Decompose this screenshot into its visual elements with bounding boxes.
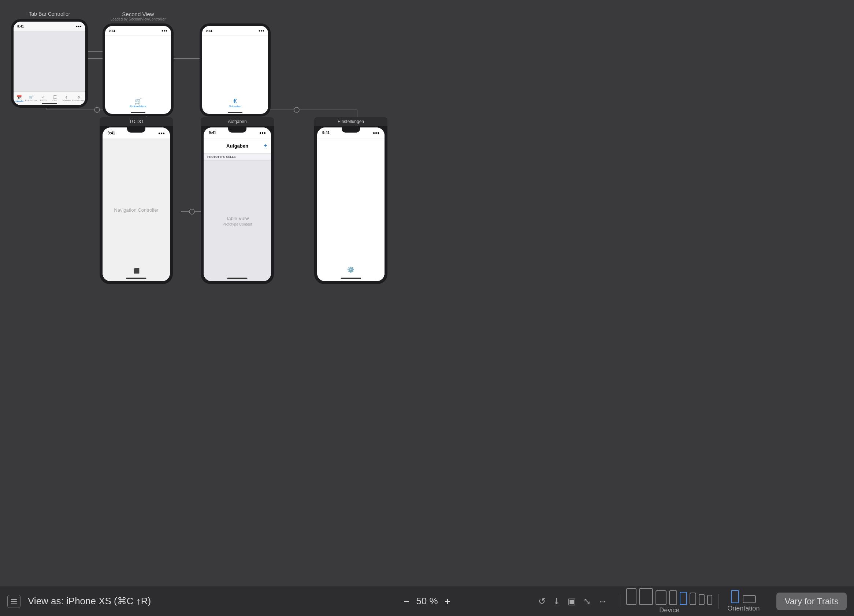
orientation-selector: Orientation bbox=[727, 590, 759, 612]
orientation-landscape[interactable] bbox=[743, 595, 756, 603]
second-view-scene: Second View Loaded by SecondViewControll… bbox=[102, 11, 174, 116]
device-option-phone-mini[interactable] bbox=[707, 595, 712, 605]
svg-rect-14 bbox=[11, 603, 17, 604]
zoom-fit-icon[interactable]: ↔ bbox=[598, 596, 607, 607]
toolbar-action-icons: ↺ ⤓ ▣ ⤡ ↔ bbox=[538, 596, 607, 607]
einstellungen-header: Einstellungen bbox=[314, 117, 387, 126]
device-selector: Device bbox=[626, 588, 712, 614]
storyboard-canvas: Tab Bar Controller 9:41 ●●● 📅 Kalender bbox=[0, 0, 854, 586]
svg-rect-12 bbox=[11, 599, 17, 600]
device-option-ipad-medium[interactable] bbox=[656, 590, 666, 605]
bottom-toolbar: View as: iPhone XS (⌘C ↑R) − 50 % + ↺ ⤓ … bbox=[0, 586, 854, 616]
zoom-in-button[interactable]: + bbox=[445, 596, 450, 607]
tab-bar-controller-title: Tab Bar Controller bbox=[11, 11, 88, 17]
aufgaben-header: Aufgaben bbox=[201, 117, 274, 126]
svg-point-11 bbox=[189, 209, 194, 214]
aufgaben-scene: Aufgaben 9:41 ●●● Aufgaben + Prototype C… bbox=[201, 117, 274, 284]
view-as-label: View as: iPhone XS (⌘C ↑R) bbox=[28, 596, 151, 607]
layout-icon[interactable]: ▣ bbox=[567, 596, 576, 607]
fit-icon[interactable]: ⤡ bbox=[583, 596, 591, 607]
einstellungen-scene: Einstellungen 9:41 ●●● ⚙️ bbox=[314, 117, 387, 284]
todo-header: TO DO bbox=[100, 117, 173, 126]
zoom-controls: − 50 % + bbox=[404, 596, 450, 607]
device-option-phone-medium[interactable] bbox=[669, 590, 677, 605]
device-option-large-phone[interactable] bbox=[626, 588, 636, 605]
sidebar-toggle-button[interactable] bbox=[7, 595, 20, 608]
third-view-scene: View sub 9:41 ●●● € Schulden bbox=[200, 11, 271, 116]
svg-point-5 bbox=[95, 107, 100, 113]
tab-bar-controller-scene: Tab Bar Controller 9:41 ●●● 📅 Kalender bbox=[11, 11, 88, 108]
third-view-title: View sub bbox=[200, 11, 271, 21]
vary-for-traits-button[interactable]: Vary for Traits bbox=[776, 593, 847, 610]
orientation-label: Orientation bbox=[727, 605, 759, 612]
device-option-phone-smaller[interactable] bbox=[689, 593, 696, 605]
device-option-phone-small-active[interactable] bbox=[680, 592, 687, 605]
svg-point-7 bbox=[294, 107, 299, 113]
orientation-portrait[interactable] bbox=[731, 590, 739, 603]
zoom-level: 50 % bbox=[416, 596, 438, 607]
toolbar-divider-2 bbox=[718, 594, 718, 609]
zoom-out-button[interactable]: − bbox=[404, 596, 409, 607]
todo-navigation-scene: TO DO 9:41 ●●● Navigation Controller ⬛ bbox=[100, 117, 173, 284]
svg-rect-13 bbox=[11, 601, 17, 602]
download-icon[interactable]: ⤓ bbox=[553, 596, 560, 607]
device-option-ipad-large[interactable] bbox=[639, 588, 653, 605]
toolbar-divider bbox=[620, 594, 621, 609]
device-label: Device bbox=[659, 607, 679, 614]
second-view-title: Second View Loaded by SecondViewControll… bbox=[102, 11, 174, 21]
toolbar-right-section: ↺ ⤓ ▣ ⤡ ↔ Device bbox=[538, 588, 847, 614]
refresh-icon[interactable]: ↺ bbox=[538, 596, 546, 607]
toolbar-left-section: View as: iPhone XS (⌘C ↑R) bbox=[7, 595, 151, 608]
device-option-phone-tiny[interactable] bbox=[699, 594, 705, 605]
